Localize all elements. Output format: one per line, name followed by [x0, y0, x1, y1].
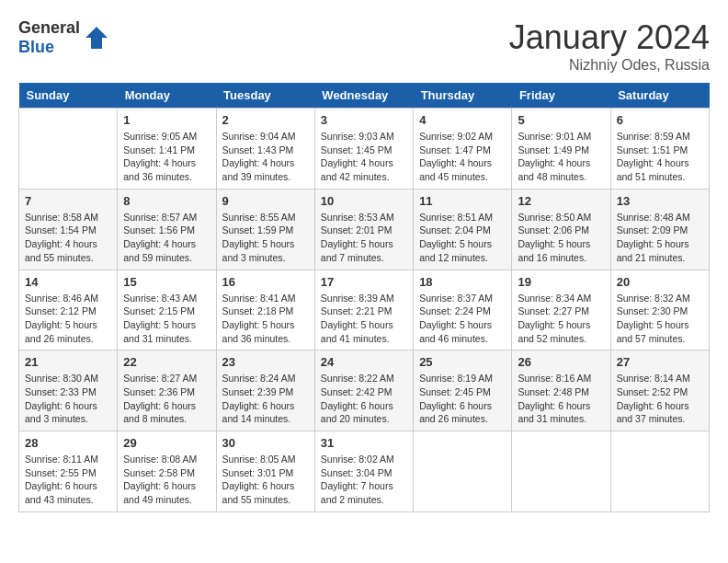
day-info: Sunrise: 8:41 AMSunset: 2:18 PMDaylight:… — [222, 292, 309, 346]
calendar-cell: 9Sunrise: 8:55 AMSunset: 1:59 PMDaylight… — [216, 189, 314, 270]
day-info: Sunrise: 8:51 AMSunset: 2:04 PMDaylight:… — [419, 211, 506, 265]
day-info: Sunrise: 8:22 AMSunset: 2:42 PMDaylight:… — [321, 372, 407, 426]
day-info: Sunrise: 8:24 AMSunset: 2:39 PMDaylight:… — [222, 372, 309, 426]
day-info: Sunrise: 8:48 AMSunset: 2:09 PMDaylight:… — [617, 211, 703, 265]
page-header: General Blue January 2024 Nizhniy Odes, … — [18, 18, 710, 74]
day-number: 14 — [25, 275, 111, 289]
day-number: 4 — [419, 113, 506, 127]
calendar-cell: 10Sunrise: 8:53 AMSunset: 2:01 PMDayligh… — [314, 189, 413, 270]
day-number: 5 — [518, 113, 604, 127]
day-number: 29 — [123, 436, 210, 450]
calendar-cell: 23Sunrise: 8:24 AMSunset: 2:39 PMDayligh… — [216, 350, 314, 431]
calendar-cell: 5Sunrise: 9:01 AMSunset: 1:49 PMDaylight… — [512, 109, 610, 190]
day-info: Sunrise: 9:02 AMSunset: 1:47 PMDaylight:… — [419, 130, 506, 184]
day-info: Sunrise: 8:27 AMSunset: 2:36 PMDaylight:… — [123, 372, 210, 426]
calendar-subtitle: Nizhniy Odes, Russia — [509, 57, 710, 74]
day-info: Sunrise: 8:08 AMSunset: 2:58 PMDaylight:… — [123, 453, 210, 507]
day-info: Sunrise: 8:46 AMSunset: 2:12 PMDaylight:… — [25, 292, 111, 346]
day-info: Sunrise: 8:55 AMSunset: 1:59 PMDaylight:… — [222, 211, 309, 265]
calendar-cell: 17Sunrise: 8:39 AMSunset: 2:21 PMDayligh… — [314, 270, 413, 350]
week-row-5: 28Sunrise: 8:11 AMSunset: 2:55 PMDayligh… — [19, 431, 710, 512]
calendar-cell: 30Sunrise: 8:05 AMSunset: 3:01 PMDayligh… — [216, 431, 314, 512]
day-info: Sunrise: 9:05 AMSunset: 1:41 PMDaylight:… — [123, 130, 210, 184]
calendar-cell: 4Sunrise: 9:02 AMSunset: 1:47 PMDaylight… — [414, 109, 512, 190]
day-number: 9 — [222, 194, 309, 208]
calendar-cell: 20Sunrise: 8:32 AMSunset: 2:30 PMDayligh… — [610, 270, 709, 350]
calendar-cell: 7Sunrise: 8:58 AMSunset: 1:54 PMDaylight… — [19, 189, 118, 270]
day-number: 30 — [222, 436, 309, 450]
day-number: 3 — [321, 113, 407, 127]
calendar-cell: 18Sunrise: 8:37 AMSunset: 2:24 PMDayligh… — [414, 270, 512, 350]
day-info: Sunrise: 8:39 AMSunset: 2:21 PMDaylight:… — [321, 292, 407, 346]
day-number: 10 — [321, 194, 407, 208]
logo-icon — [84, 25, 109, 51]
week-row-2: 7Sunrise: 8:58 AMSunset: 1:54 PMDaylight… — [19, 189, 710, 270]
weekday-header-thursday: Thursday — [414, 83, 512, 109]
weekday-header-friday: Friday — [512, 83, 610, 109]
day-number: 18 — [419, 275, 506, 289]
week-row-3: 14Sunrise: 8:46 AMSunset: 2:12 PMDayligh… — [19, 270, 710, 350]
calendar-cell: 21Sunrise: 8:30 AMSunset: 2:33 PMDayligh… — [19, 350, 118, 431]
calendar-cell — [19, 109, 118, 190]
day-number: 23 — [222, 355, 309, 369]
day-number: 16 — [222, 275, 309, 289]
calendar-cell: 16Sunrise: 8:41 AMSunset: 2:18 PMDayligh… — [216, 270, 314, 350]
day-info: Sunrise: 8:05 AMSunset: 3:01 PMDaylight:… — [222, 453, 309, 507]
day-info: Sunrise: 8:32 AMSunset: 2:30 PMDaylight:… — [617, 292, 703, 346]
calendar-cell — [512, 431, 610, 512]
calendar-cell: 1Sunrise: 9:05 AMSunset: 1:41 PMDaylight… — [118, 109, 216, 190]
day-number: 1 — [123, 113, 210, 127]
day-number: 15 — [123, 275, 210, 289]
day-number: 26 — [518, 355, 604, 369]
day-info: Sunrise: 8:59 AMSunset: 1:51 PMDaylight:… — [617, 130, 703, 184]
weekday-header-sunday: Sunday — [19, 83, 118, 109]
calendar-cell — [610, 431, 709, 512]
day-info: Sunrise: 8:30 AMSunset: 2:33 PMDaylight:… — [25, 372, 111, 426]
logo-text-general: General — [18, 18, 80, 37]
calendar-cell — [414, 431, 512, 512]
week-row-1: 1Sunrise: 9:05 AMSunset: 1:41 PMDaylight… — [19, 109, 710, 190]
day-info: Sunrise: 8:37 AMSunset: 2:24 PMDaylight:… — [419, 292, 506, 346]
day-number: 6 — [617, 113, 703, 127]
day-info: Sunrise: 8:34 AMSunset: 2:27 PMDaylight:… — [518, 292, 604, 346]
day-info: Sunrise: 8:53 AMSunset: 2:01 PMDaylight:… — [321, 211, 407, 265]
calendar-cell: 31Sunrise: 8:02 AMSunset: 3:04 PMDayligh… — [314, 431, 413, 512]
day-number: 12 — [518, 194, 604, 208]
day-number: 21 — [25, 355, 111, 369]
calendar-cell: 12Sunrise: 8:50 AMSunset: 2:06 PMDayligh… — [512, 189, 610, 270]
day-info: Sunrise: 8:57 AMSunset: 1:56 PMDaylight:… — [123, 211, 210, 265]
day-number: 28 — [25, 436, 111, 450]
day-info: Sunrise: 8:19 AMSunset: 2:45 PMDaylight:… — [419, 372, 506, 426]
day-info: Sunrise: 9:04 AMSunset: 1:43 PMDaylight:… — [222, 130, 309, 184]
calendar-cell: 15Sunrise: 8:43 AMSunset: 2:15 PMDayligh… — [118, 270, 216, 350]
day-number: 8 — [123, 194, 210, 208]
day-number: 25 — [419, 355, 506, 369]
logo-text-blue: Blue — [18, 38, 54, 56]
day-info: Sunrise: 9:01 AMSunset: 1:49 PMDaylight:… — [518, 130, 604, 184]
calendar-title: January 2024 — [509, 18, 710, 57]
day-number: 22 — [123, 355, 210, 369]
day-number: 13 — [617, 194, 703, 208]
weekday-header-monday: Monday — [118, 83, 216, 109]
calendar-cell: 25Sunrise: 8:19 AMSunset: 2:45 PMDayligh… — [414, 350, 512, 431]
svg-marker-0 — [85, 27, 108, 49]
day-number: 24 — [321, 355, 407, 369]
logo: General Blue — [18, 18, 109, 57]
weekday-header-wednesday: Wednesday — [314, 83, 413, 109]
calendar-cell: 22Sunrise: 8:27 AMSunset: 2:36 PMDayligh… — [118, 350, 216, 431]
calendar-cell: 28Sunrise: 8:11 AMSunset: 2:55 PMDayligh… — [19, 431, 118, 512]
day-info: Sunrise: 8:16 AMSunset: 2:48 PMDaylight:… — [518, 372, 604, 426]
calendar-cell: 13Sunrise: 8:48 AMSunset: 2:09 PMDayligh… — [610, 189, 709, 270]
calendar-cell: 19Sunrise: 8:34 AMSunset: 2:27 PMDayligh… — [512, 270, 610, 350]
day-info: Sunrise: 8:58 AMSunset: 1:54 PMDaylight:… — [25, 211, 111, 265]
day-number: 20 — [617, 275, 703, 289]
calendar-cell: 29Sunrise: 8:08 AMSunset: 2:58 PMDayligh… — [118, 431, 216, 512]
day-info: Sunrise: 9:03 AMSunset: 1:45 PMDaylight:… — [321, 130, 407, 184]
calendar-cell: 11Sunrise: 8:51 AMSunset: 2:04 PMDayligh… — [414, 189, 512, 270]
day-number: 19 — [518, 275, 604, 289]
day-number: 27 — [617, 355, 703, 369]
day-info: Sunrise: 8:02 AMSunset: 3:04 PMDaylight:… — [321, 453, 407, 507]
weekday-header-row: SundayMondayTuesdayWednesdayThursdayFrid… — [19, 83, 710, 109]
calendar-cell: 27Sunrise: 8:14 AMSunset: 2:52 PMDayligh… — [610, 350, 709, 431]
day-number: 17 — [321, 275, 407, 289]
